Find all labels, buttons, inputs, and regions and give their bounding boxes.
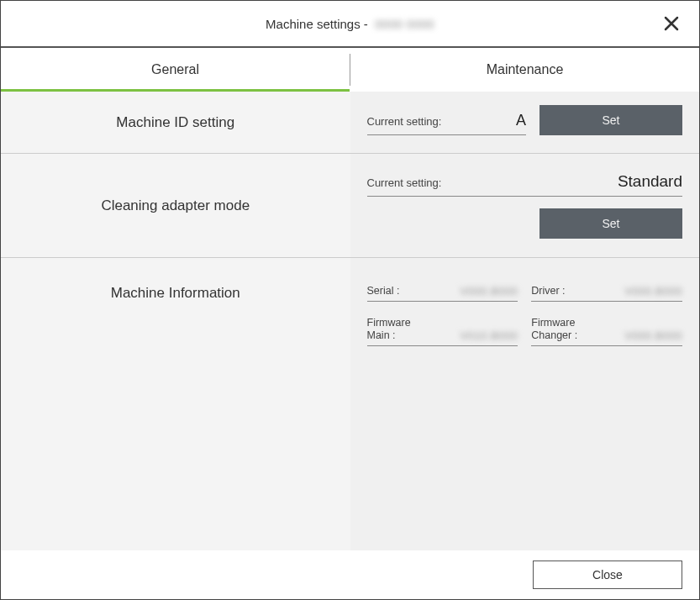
row-cleaning-adapter: Cleaning adapter mode Current setting: S… <box>1 154 699 258</box>
window-title: Machine settings - 0000 0000 <box>1 17 699 31</box>
machine-id-setting-line: Current setting: A Set <box>367 105 683 135</box>
cleaning-set-button[interactable]: Set <box>539 208 682 239</box>
footer: Close <box>1 550 699 599</box>
machine-info-label: Machine Information <box>1 258 350 550</box>
cleaning-body: Current setting: Standard Set <box>350 154 700 257</box>
machine-id-current-label: Current setting: <box>367 115 442 128</box>
cleaning-set-label: Set <box>602 217 619 230</box>
info-firmware-main: Firmware Main : V010.B000 <box>367 317 518 346</box>
machine-id-body: Current setting: A Set <box>350 92 700 153</box>
machine-info-body: Serial : V000.B000 Driver : V000.B000 Fi… <box>350 258 700 550</box>
title-bar: Machine settings - 0000 0000 <box>1 1 699 48</box>
machine-id-label: Machine ID setting <box>1 92 350 153</box>
title-prefix: Machine settings - <box>266 17 368 31</box>
info-driver: Driver : V000.B000 <box>531 276 682 302</box>
machine-info-grid: Serial : V000.B000 Driver : V000.B000 Fi… <box>367 276 683 346</box>
tab-maintenance-label: Maintenance <box>487 62 564 77</box>
info-firmware-changer: Firmware Changer : V000.B000 <box>531 317 682 346</box>
tab-general-label: General <box>151 62 199 77</box>
info-driver-label: Driver : <box>531 285 565 297</box>
tab-bar: General Maintenance <box>1 48 699 92</box>
cleaning-current-label: Current setting: <box>367 176 442 189</box>
info-firmware-changer-label: Firmware Changer : <box>531 317 577 342</box>
info-firmware-main-value: V010.B000 <box>460 329 518 342</box>
row-machine-info: Machine Information Serial : V000.B000 D… <box>1 258 699 550</box>
row-machine-id: Machine ID setting Current setting: A Se… <box>1 92 699 154</box>
close-button[interactable]: Close <box>533 561 682 589</box>
machine-id-set-label: Set <box>602 113 619 127</box>
close-button-label: Close <box>592 568 623 582</box>
title-suffix: 0000 0000 <box>371 17 434 31</box>
tab-maintenance[interactable]: Maintenance <box>350 48 699 92</box>
info-serial-value: V000.B000 <box>460 285 518 297</box>
cleaning-current-value: Standard <box>618 172 682 191</box>
machine-id-current-value: A <box>516 112 526 129</box>
machine-id-current-field: Current setting: A <box>367 112 527 135</box>
info-serial: Serial : V000.B000 <box>367 276 518 302</box>
info-firmware-main-label: Firmware Main : <box>367 317 411 342</box>
cleaning-current-field: Current setting: Standard <box>367 172 683 197</box>
info-firmware-changer-value: V000.B000 <box>624 329 682 342</box>
info-serial-label: Serial : <box>367 285 400 297</box>
tab-general[interactable]: General <box>1 48 350 92</box>
close-icon[interactable] <box>657 11 686 38</box>
machine-id-set-button[interactable]: Set <box>539 105 682 135</box>
content-area: Machine ID setting Current setting: A Se… <box>1 92 699 550</box>
cleaning-label: Cleaning adapter mode <box>1 154 350 257</box>
info-driver-value: V000.B000 <box>624 285 682 297</box>
